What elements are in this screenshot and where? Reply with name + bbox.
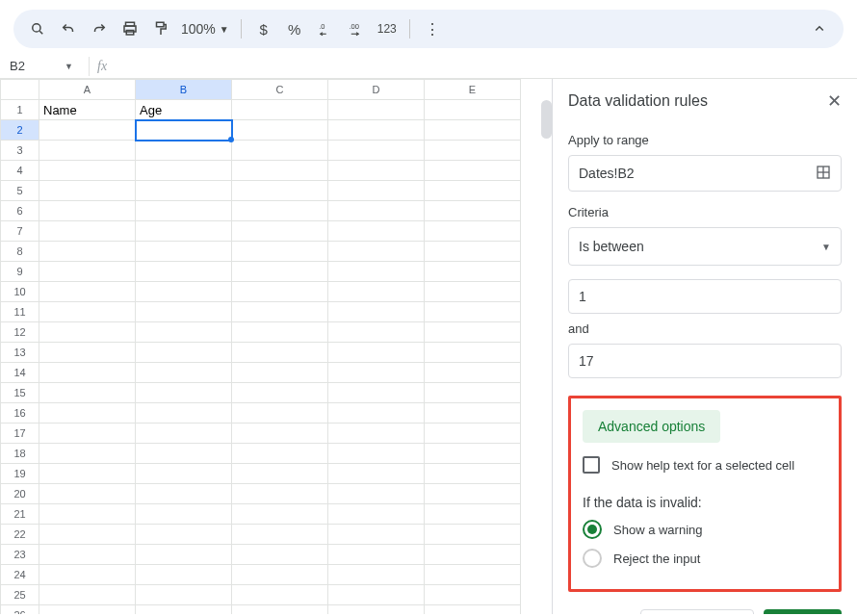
cell-E8[interactable] bbox=[425, 242, 521, 262]
cell-C7[interactable] bbox=[232, 221, 328, 242]
format-number-icon[interactable]: 123 bbox=[373, 14, 402, 43]
range-input[interactable]: Dates!B2 bbox=[568, 155, 842, 192]
cell-C3[interactable] bbox=[232, 141, 328, 161]
cell-A6[interactable] bbox=[39, 201, 136, 221]
column-header-C[interactable]: C bbox=[232, 80, 328, 100]
cell-C12[interactable] bbox=[232, 322, 328, 343]
cell-D24[interactable] bbox=[328, 565, 425, 585]
cell-C19[interactable] bbox=[232, 464, 328, 484]
cell-B21[interactable] bbox=[136, 504, 232, 525]
cell-A17[interactable] bbox=[39, 424, 136, 444]
cell-B10[interactable] bbox=[136, 282, 232, 302]
cell-A2[interactable] bbox=[39, 120, 136, 141]
cell-B7[interactable] bbox=[136, 221, 232, 242]
cell-E22[interactable] bbox=[425, 525, 521, 545]
cell-C23[interactable] bbox=[232, 545, 328, 565]
row-header-23[interactable]: 23 bbox=[1, 545, 39, 565]
cell-B5[interactable] bbox=[136, 181, 232, 201]
name-box[interactable]: B2 ▼ bbox=[10, 59, 81, 73]
cell-D8[interactable] bbox=[328, 242, 425, 262]
cell-B3[interactable] bbox=[136, 141, 232, 161]
cell-A19[interactable] bbox=[39, 464, 136, 484]
done-button[interactable]: Done bbox=[764, 609, 842, 614]
cell-B22[interactable] bbox=[136, 525, 232, 545]
cell-E9[interactable] bbox=[425, 262, 521, 282]
cell-E2[interactable] bbox=[425, 120, 521, 141]
cell-D21[interactable] bbox=[328, 504, 425, 525]
column-header-B[interactable]: B bbox=[136, 80, 232, 100]
cell-A18[interactable] bbox=[39, 444, 136, 464]
cell-D11[interactable] bbox=[328, 302, 425, 322]
cell-A22[interactable] bbox=[39, 525, 136, 545]
cell-E24[interactable] bbox=[425, 565, 521, 585]
row-header-14[interactable]: 14 bbox=[1, 363, 39, 383]
row-header-6[interactable]: 6 bbox=[1, 201, 39, 221]
cell-E3[interactable] bbox=[425, 141, 521, 161]
cell-D18[interactable] bbox=[328, 444, 425, 464]
row-header-22[interactable]: 22 bbox=[1, 525, 39, 545]
cell-B24[interactable] bbox=[136, 565, 232, 585]
radio-reject-input[interactable] bbox=[583, 549, 602, 568]
row-header-4[interactable]: 4 bbox=[1, 161, 39, 181]
cell-D16[interactable] bbox=[328, 403, 425, 424]
zoom-dropdown[interactable]: 100% ▼ bbox=[177, 21, 233, 37]
value2-input[interactable]: 17 bbox=[568, 344, 842, 378]
cell-E26[interactable] bbox=[425, 605, 521, 615]
cell-B19[interactable] bbox=[136, 464, 232, 484]
currency-icon[interactable]: $ bbox=[249, 14, 278, 43]
cell-A23[interactable] bbox=[39, 545, 136, 565]
cell-C16[interactable] bbox=[232, 403, 328, 424]
cell-D25[interactable] bbox=[328, 585, 425, 605]
row-header-11[interactable]: 11 bbox=[1, 302, 39, 322]
row-header-18[interactable]: 18 bbox=[1, 444, 39, 464]
row-header-1[interactable]: 1 bbox=[1, 100, 39, 120]
row-header-19[interactable]: 19 bbox=[1, 464, 39, 484]
cell-B13[interactable] bbox=[136, 343, 232, 363]
cell-C5[interactable] bbox=[232, 181, 328, 201]
cell-B4[interactable] bbox=[136, 161, 232, 181]
cell-C18[interactable] bbox=[232, 444, 328, 464]
cell-D2[interactable] bbox=[328, 120, 425, 141]
cell-C26[interactable] bbox=[232, 605, 328, 615]
row-header-5[interactable]: 5 bbox=[1, 181, 39, 201]
cell-B18[interactable] bbox=[136, 444, 232, 464]
cell-D26[interactable] bbox=[328, 605, 425, 615]
cell-B9[interactable] bbox=[136, 262, 232, 282]
grid-select-icon[interactable] bbox=[816, 165, 831, 183]
cell-C8[interactable] bbox=[232, 242, 328, 262]
print-icon[interactable] bbox=[116, 14, 144, 43]
vertical-scrollbar[interactable] bbox=[541, 100, 552, 139]
cell-E17[interactable] bbox=[425, 424, 521, 444]
cell-C6[interactable] bbox=[232, 201, 328, 221]
row-header-24[interactable]: 24 bbox=[1, 565, 39, 585]
more-icon[interactable]: ⋮ bbox=[418, 14, 447, 43]
cell-A15[interactable] bbox=[39, 383, 136, 403]
cell-C9[interactable] bbox=[232, 262, 328, 282]
cell-E1[interactable] bbox=[425, 100, 521, 120]
row-header-13[interactable]: 13 bbox=[1, 343, 39, 363]
cell-B26[interactable] bbox=[136, 605, 232, 615]
help-text-checkbox[interactable] bbox=[583, 456, 600, 474]
cell-A13[interactable] bbox=[39, 343, 136, 363]
cell-D20[interactable] bbox=[328, 484, 425, 504]
cell-C2[interactable] bbox=[232, 120, 328, 141]
cell-C13[interactable] bbox=[232, 343, 328, 363]
row-header-26[interactable]: 26 bbox=[1, 605, 39, 615]
cell-B25[interactable] bbox=[136, 585, 232, 605]
cell-B14[interactable] bbox=[136, 363, 232, 383]
column-header-E[interactable]: E bbox=[425, 80, 521, 100]
cell-E5[interactable] bbox=[425, 181, 521, 201]
row-header-2[interactable]: 2 bbox=[1, 120, 39, 141]
cell-E16[interactable] bbox=[425, 403, 521, 424]
cell-E6[interactable] bbox=[425, 201, 521, 221]
radio-show-warning[interactable] bbox=[583, 520, 602, 539]
cell-E14[interactable] bbox=[425, 363, 521, 383]
cell-A10[interactable] bbox=[39, 282, 136, 302]
cell-E4[interactable] bbox=[425, 161, 521, 181]
cell-A5[interactable] bbox=[39, 181, 136, 201]
select-all-corner[interactable] bbox=[1, 80, 39, 100]
cell-D23[interactable] bbox=[328, 545, 425, 565]
collapse-toolbar-icon[interactable] bbox=[805, 14, 834, 43]
row-header-3[interactable]: 3 bbox=[1, 141, 39, 161]
cell-A14[interactable] bbox=[39, 363, 136, 383]
